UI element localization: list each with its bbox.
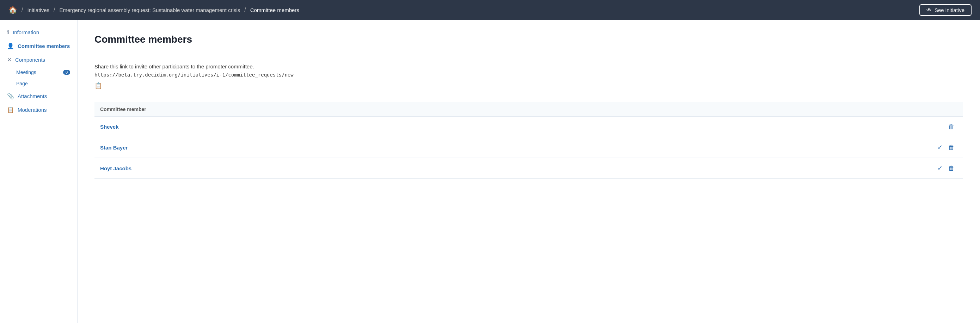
table-row: Hoyt Jacobs✓🗑 xyxy=(94,158,963,179)
member-name-link[interactable]: Stan Bayer xyxy=(100,145,127,151)
breadcrumb-initiatives[interactable]: Initiatives xyxy=(27,7,49,13)
member-name-cell: Stan Bayer xyxy=(94,137,639,158)
see-initiative-label: See initiative xyxy=(934,7,964,13)
table-row: Shevek🗑 xyxy=(94,117,963,137)
sidebar-subitem-page-label: Page xyxy=(16,81,28,86)
paperclip-icon: 📎 xyxy=(7,93,14,99)
member-actions-cell: 🗑 xyxy=(639,117,963,137)
approve-button[interactable]: ✓ xyxy=(934,163,945,173)
flag-icon: 📋 xyxy=(7,107,14,113)
page-title: Committee members xyxy=(94,34,963,45)
member-actions-cell: ✓🗑 xyxy=(639,158,963,179)
sidebar-item-attachments[interactable]: 📎 Attachments xyxy=(0,89,77,103)
home-icon[interactable]: 🏠 xyxy=(8,6,17,14)
member-name-link[interactable]: Shevek xyxy=(100,124,119,130)
breadcrumb-current: Committee members xyxy=(250,7,299,13)
sidebar-item-attachments-label: Attachments xyxy=(18,93,47,99)
title-divider xyxy=(94,51,963,51)
user-icon: 👤 xyxy=(7,43,14,49)
invite-text: Share this link to invite other particip… xyxy=(94,62,963,71)
topnav: 🏠 / Initiatives / Emergency regional ass… xyxy=(0,0,980,20)
sidebar-subitem-meetings-label: Meetings xyxy=(16,70,36,75)
sidebar: ℹ Information 👤 Committee members ✕ Comp… xyxy=(0,20,78,323)
committee-members-table: Committee member Shevek🗑Stan Bayer✓🗑Hoyt… xyxy=(94,102,963,179)
sidebar-item-components-label: Components xyxy=(15,57,45,63)
sidebar-item-components[interactable]: ✕ Components xyxy=(0,53,77,67)
see-initiative-button[interactable]: 👁 See initiative xyxy=(920,4,972,16)
breadcrumb-initiative-title[interactable]: Emergency regional assembly request: Sus… xyxy=(59,7,240,13)
table-header-member: Committee member xyxy=(94,102,639,117)
table-header-actions xyxy=(639,102,963,117)
table-row: Stan Bayer✓🗑 xyxy=(94,137,963,158)
breadcrumb-sep-1: / xyxy=(22,7,23,13)
components-icon: ✕ xyxy=(7,56,12,63)
delete-button[interactable]: 🗑 xyxy=(945,122,958,132)
sidebar-item-committee-members-label: Committee members xyxy=(18,43,70,49)
sidebar-item-committee-members[interactable]: 👤 Committee members xyxy=(0,39,77,53)
meetings-badge: 0 xyxy=(63,70,70,75)
approve-button[interactable]: ✓ xyxy=(934,142,945,153)
member-name-cell: Hoyt Jacobs xyxy=(94,158,639,179)
member-name-link[interactable]: Hoyt Jacobs xyxy=(100,165,132,171)
main-content: Committee members Share this link to inv… xyxy=(78,20,980,323)
breadcrumb-sep-3: / xyxy=(244,7,246,13)
sidebar-subitem-page[interactable]: Page xyxy=(0,78,77,89)
delete-button[interactable]: 🗑 xyxy=(945,142,958,153)
copy-icon[interactable]: 📋 xyxy=(94,81,102,91)
member-actions-cell: ✓🗑 xyxy=(639,137,963,158)
sidebar-item-information-label: Information xyxy=(13,29,39,35)
sidebar-item-information[interactable]: ℹ Information xyxy=(0,25,77,39)
member-name-cell: Shevek xyxy=(94,117,639,137)
page-layout: ℹ Information 👤 Committee members ✕ Comp… xyxy=(0,20,980,323)
delete-button[interactable]: 🗑 xyxy=(945,163,958,173)
sidebar-item-moderations-label: Moderations xyxy=(18,107,47,113)
sidebar-item-moderations[interactable]: 📋 Moderations xyxy=(0,103,77,117)
info-icon: ℹ xyxy=(7,29,9,36)
invite-block: Share this link to invite other particip… xyxy=(94,62,963,91)
eye-icon: 👁 xyxy=(926,7,932,13)
sidebar-subitem-meetings[interactable]: Meetings 0 xyxy=(0,67,77,78)
invite-link: https://beta.try.decidim.org/initiatives… xyxy=(94,71,963,79)
breadcrumb-sep-2: / xyxy=(54,7,55,13)
